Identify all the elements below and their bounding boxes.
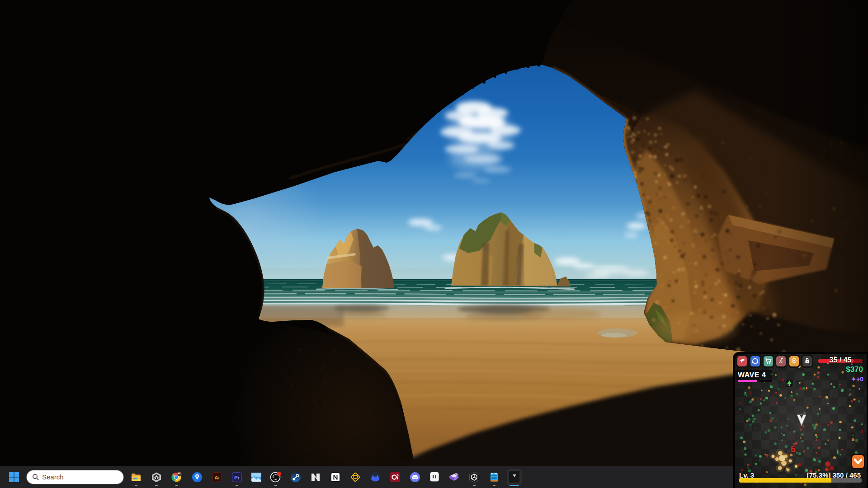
svg-text:Ai: Ai [214,475,220,480]
svg-text:Pr: Pr [234,475,240,480]
